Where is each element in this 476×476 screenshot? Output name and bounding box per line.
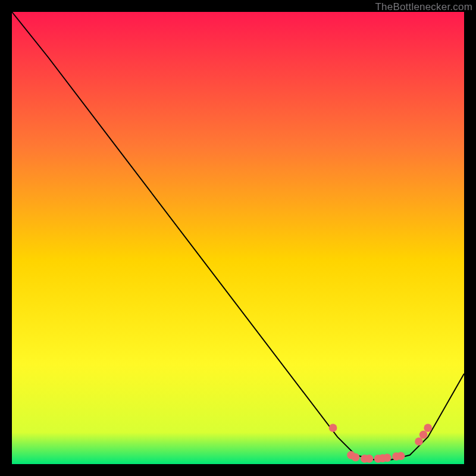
data-point — [365, 455, 374, 463]
data-point — [415, 437, 423, 446]
data-point — [352, 453, 360, 462]
chart-plot — [12, 12, 464, 464]
chart-container: TheBottlenecker.com — [0, 0, 476, 476]
data-point — [424, 424, 432, 432]
data-point — [419, 431, 428, 439]
data-point — [329, 424, 337, 432]
data-point — [383, 454, 392, 462]
gradient-background — [12, 12, 464, 464]
data-point — [397, 452, 405, 460]
attribution-text: TheBottlenecker.com — [375, 1, 473, 13]
